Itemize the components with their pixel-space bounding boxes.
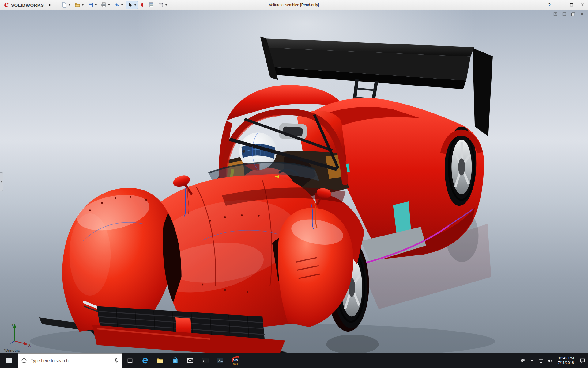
minimize-document-icon[interactable] <box>562 12 567 16</box>
edge-button[interactable] <box>138 353 153 368</box>
clock-date: 7/11/2018 <box>558 361 574 365</box>
evaluate-sheet-button[interactable] <box>147 1 156 9</box>
dropdown-arrow-icon[interactable] <box>82 4 84 6</box>
system-tray: 12:42 PM 7/11/2018 <box>518 353 588 368</box>
3ds-logo-icon <box>3 2 9 8</box>
document-title: Voiture assemblee [Read-only] <box>269 3 319 7</box>
dropdown-arrow-icon[interactable] <box>121 4 123 6</box>
taskbar-clock[interactable]: 12:42 PM 7/11/2018 <box>555 356 577 365</box>
menu-flyout-button[interactable] <box>47 2 52 8</box>
select-tool-button[interactable] <box>126 1 138 9</box>
minimize-button[interactable] <box>555 0 566 10</box>
volume-button[interactable] <box>546 353 555 368</box>
minimize-icon <box>559 3 562 7</box>
file-explorer-icon <box>156 357 164 364</box>
maximize-button[interactable] <box>566 0 577 10</box>
windows-taskbar: SW 2017 <box>0 353 588 368</box>
task-view-button[interactable] <box>123 353 138 368</box>
gear-icon <box>158 2 164 8</box>
graphics-viewport[interactable]: Y X *Dimetric <box>0 10 588 353</box>
close-icon <box>581 3 584 7</box>
clock-time: 12:42 PM <box>558 356 574 361</box>
action-center-button[interactable] <box>577 353 588 368</box>
mail-button[interactable] <box>183 353 198 368</box>
app-titlebar: SOLIDWORKS <box>0 0 588 10</box>
photos-icon <box>217 357 224 364</box>
dropdown-arrow-icon[interactable] <box>69 4 70 6</box>
instant3d-button[interactable] <box>139 1 146 9</box>
network-button[interactable] <box>537 353 546 368</box>
close-button[interactable] <box>577 0 588 10</box>
triad-x-label: X <box>28 343 31 347</box>
3d-model-car[interactable] <box>0 10 588 353</box>
property-sheet-icon <box>149 2 154 8</box>
solidworks-logo-text: SW <box>233 358 239 362</box>
dropdown-arrow-icon[interactable] <box>95 4 97 6</box>
instant3d-icon <box>141 2 144 8</box>
triad-y-label: Y <box>11 323 13 327</box>
solidworks-taskbar-button[interactable]: SW 2017 <box>228 353 243 368</box>
collapse-arrow-icon <box>1 181 2 183</box>
restore-document-icon[interactable] <box>571 12 575 16</box>
hidden-icons-button[interactable] <box>527 353 537 368</box>
solidworks-version-badge: 2017 <box>233 363 238 366</box>
people-button[interactable] <box>518 353 527 368</box>
app-logo: SOLIDWORKS <box>0 2 55 8</box>
store-icon <box>172 357 179 364</box>
dropdown-arrow-icon[interactable] <box>108 4 110 6</box>
quick-access-toolbar <box>60 1 169 9</box>
volume-icon <box>548 358 553 363</box>
taskbar-search[interactable] <box>18 353 123 368</box>
search-input[interactable] <box>30 358 110 363</box>
flyout-arrow-icon <box>49 3 51 6</box>
store-button[interactable] <box>168 353 183 368</box>
orientation-triad: Y X <box>5 321 32 348</box>
task-view-icon <box>126 357 134 364</box>
save-icon <box>88 2 93 8</box>
solidworks-icon: SW 2017 <box>231 355 240 366</box>
dropdown-arrow-icon[interactable] <box>165 4 167 6</box>
action-center-icon <box>580 358 585 363</box>
feature-panel-flyout-tab[interactable] <box>0 172 3 191</box>
dropdown-arrow-icon[interactable] <box>134 4 136 6</box>
mail-icon <box>187 357 194 364</box>
new-document-button[interactable] <box>60 1 72 9</box>
search-icon <box>21 358 27 364</box>
pop-out-icon[interactable] <box>553 12 558 16</box>
start-button[interactable] <box>0 353 18 368</box>
maximize-icon <box>570 3 573 7</box>
microphone-icon[interactable] <box>113 358 119 364</box>
open-button[interactable] <box>73 1 85 9</box>
close-document-icon[interactable] <box>580 12 584 16</box>
document-window-controls <box>553 12 584 16</box>
chevron-up-icon <box>530 358 534 363</box>
view-orientation-label: *Dimetric <box>4 348 20 353</box>
print-button[interactable] <box>100 1 111 9</box>
open-folder-icon <box>75 2 80 8</box>
photos-button[interactable] <box>213 353 228 368</box>
brand-name: SOLIDWORKS <box>11 2 44 8</box>
undo-icon <box>114 2 120 8</box>
people-icon <box>520 358 525 363</box>
help-button[interactable]: ? <box>544 0 555 10</box>
file-explorer-button[interactable] <box>153 353 168 368</box>
undo-button[interactable] <box>113 1 125 9</box>
terminal-icon <box>202 357 209 364</box>
options-button[interactable] <box>157 1 169 9</box>
new-document-icon <box>62 2 67 8</box>
select-cursor-icon <box>127 2 133 8</box>
edge-icon <box>141 357 149 364</box>
print-icon <box>101 2 107 8</box>
network-icon <box>538 358 544 363</box>
terminal-button[interactable] <box>198 353 213 368</box>
windows-logo-icon <box>6 358 12 364</box>
window-controls: ? <box>544 0 588 10</box>
save-button[interactable] <box>86 1 98 9</box>
